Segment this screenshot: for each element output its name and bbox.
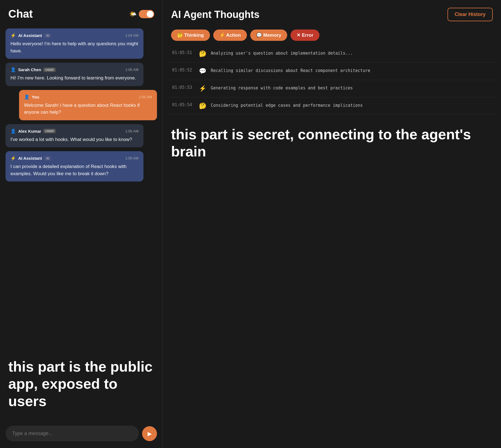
thought-emoji: 🤔 bbox=[199, 102, 206, 110]
sender-name: Alex Kumar bbox=[18, 129, 41, 134]
message-bubble: 👤 Sarah Chen USER 1:05 AM Hi! I'm new he… bbox=[6, 63, 143, 86]
message-input[interactable] bbox=[6, 426, 139, 441]
secret-label-text: this part is secret, connecting to the a… bbox=[171, 126, 493, 160]
sender-name: AI Assistant bbox=[18, 156, 42, 161]
send-icon: ▶ bbox=[148, 430, 152, 437]
message-time: 1:05 AM bbox=[125, 68, 138, 72]
left-header: Chat 🌤️ bbox=[0, 0, 162, 26]
clear-history-button[interactable]: Clear History bbox=[447, 8, 493, 21]
thought-row: 01:05:51 🤔 Analyzing user's question abo… bbox=[168, 45, 495, 63]
thought-time: 01:05:52 bbox=[172, 68, 194, 73]
sender-name: You bbox=[32, 95, 39, 99]
message-header: ⚡ AI Assistant AI 1:05 AM bbox=[10, 156, 138, 161]
message-time: 1:05 AM bbox=[125, 156, 138, 160]
user-badge: USER bbox=[43, 129, 56, 133]
input-area: ▶ bbox=[0, 421, 162, 448]
secret-label-area: this part is secret, connecting to the a… bbox=[163, 115, 501, 171]
ai-badge: AI bbox=[44, 33, 51, 38]
sun-icon: 🌤️ bbox=[129, 10, 137, 18]
sender-name: AI Assistant bbox=[18, 33, 42, 38]
message-header: 👤 You 1:05 AM bbox=[24, 94, 152, 100]
filter-tab-memory[interactable]: 💬 Memory bbox=[250, 30, 287, 41]
message-text: I can provide a detailed explanation of … bbox=[10, 163, 138, 177]
thought-text: Considering potential edge cases and per… bbox=[211, 102, 363, 109]
public-label-text: this part is the public app, exposed to … bbox=[8, 358, 154, 410]
thought-text: Analyzing user's question about implemen… bbox=[211, 50, 353, 57]
message-text: Hello everyone! I'm here to help with an… bbox=[10, 40, 138, 54]
message-bubble: ⚡ AI Assistant AI 1:05 AM I can provide … bbox=[6, 151, 143, 182]
send-button[interactable]: ▶ bbox=[142, 426, 157, 441]
app-container: Chat 🌤️ ⚡ AI Assistant AI 1:04 AM Hello … bbox=[0, 0, 501, 448]
message-time: 1:05 AM bbox=[125, 129, 138, 133]
thought-emoji: 🤔 bbox=[199, 50, 206, 57]
message-header: 👤 Alex Kumar USER 1:05 AM bbox=[10, 129, 138, 134]
user-avatar-icon: 👤 bbox=[10, 67, 16, 72]
message-time: 1:05 AM bbox=[139, 95, 152, 99]
filter-tabs: 🤔 Thinking ⚡ Action 💬 Memory ✕ Error bbox=[163, 27, 501, 45]
right-panel: AI Agent Thoughts Clear History 🤔 Thinki… bbox=[163, 0, 501, 448]
message-bubble-you: 👤 You 1:05 AM Welcome Sarah! I have a qu… bbox=[19, 90, 157, 120]
user-avatar-icon: 👤 bbox=[10, 129, 16, 134]
message-header: 👤 Sarah Chen USER 1:05 AM bbox=[10, 67, 138, 72]
public-label-area: this part is the public app, exposed to … bbox=[0, 347, 162, 421]
sender-name: Sarah Chen bbox=[18, 67, 41, 72]
toggle-knob bbox=[147, 11, 153, 17]
ai-avatar-icon: ⚡ bbox=[10, 156, 16, 161]
ai-badge: AI bbox=[44, 156, 51, 161]
right-header: AI Agent Thoughts Clear History bbox=[163, 0, 501, 27]
ai-thoughts-title: AI Agent Thoughts bbox=[171, 9, 260, 20]
messages-area: ⚡ AI Assistant AI 1:04 AM Hello everyone… bbox=[0, 26, 162, 347]
filter-tab-error[interactable]: ✕ Error bbox=[291, 30, 319, 41]
message-text: I've worked a lot with hooks. What would… bbox=[10, 136, 138, 143]
filter-tab-thinking[interactable]: 🤔 Thinking bbox=[171, 30, 210, 41]
thought-text: Generating response with code examples a… bbox=[211, 85, 353, 91]
left-panel: Chat 🌤️ ⚡ AI Assistant AI 1:04 AM Hello … bbox=[0, 0, 163, 448]
thought-emoji: ⚡ bbox=[199, 85, 206, 92]
thought-row: 01:05:54 🤔 Considering potential edge ca… bbox=[168, 97, 495, 115]
thought-row: 01:05:53 ⚡ Generating response with code… bbox=[168, 80, 495, 97]
message-text: Welcome Sarah! I have a question about R… bbox=[24, 102, 152, 116]
chat-title: Chat bbox=[8, 8, 33, 20]
theme-toggle-container: 🌤️ bbox=[129, 10, 154, 18]
thought-time: 01:05:54 bbox=[172, 102, 194, 107]
filter-tab-action[interactable]: ⚡ Action bbox=[213, 30, 247, 41]
message-text: Hi! I'm new here. Looking forward to lea… bbox=[10, 74, 138, 82]
theme-toggle[interactable] bbox=[139, 10, 154, 18]
user-badge: USER bbox=[43, 68, 56, 72]
message-bubble: 👤 Alex Kumar USER 1:05 AM I've worked a … bbox=[6, 124, 143, 148]
thoughts-list: 01:05:51 🤔 Analyzing user's question abo… bbox=[163, 45, 501, 115]
thought-time: 01:05:53 bbox=[172, 85, 194, 90]
you-avatar-icon: 👤 bbox=[24, 94, 30, 100]
message-time: 1:04 AM bbox=[125, 33, 138, 38]
message-header: ⚡ AI Assistant AI 1:04 AM bbox=[10, 33, 138, 38]
thought-emoji: 💬 bbox=[199, 68, 206, 75]
thought-time: 01:05:51 bbox=[172, 50, 194, 55]
message-bubble: ⚡ AI Assistant AI 1:04 AM Hello everyone… bbox=[6, 28, 143, 59]
ai-avatar-icon: ⚡ bbox=[10, 33, 16, 38]
thought-text: Recalling similar discussions about Reac… bbox=[211, 68, 370, 74]
thought-row: 01:05:52 💬 Recalling similar discussions… bbox=[168, 63, 495, 80]
